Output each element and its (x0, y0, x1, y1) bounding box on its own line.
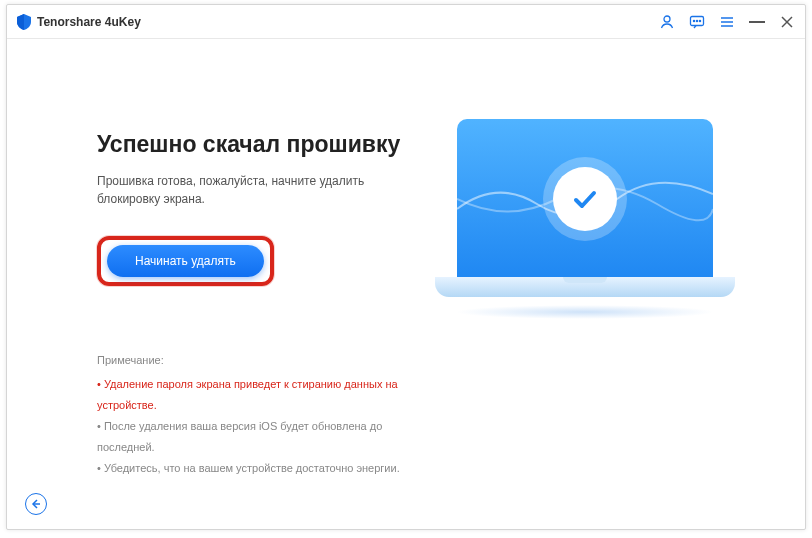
page-heading: Успешно скачал прошивку (97, 131, 426, 158)
app-title: Tenorshare 4uKey (37, 15, 141, 29)
svg-point-4 (699, 20, 700, 21)
left-panel: Успешно скачал прошивку Прошивка готова,… (97, 109, 426, 529)
minimize-button[interactable] (749, 14, 765, 30)
titlebar-controls (659, 14, 795, 30)
note-item: • После удаления ваша версия iOS будет о… (97, 416, 426, 458)
main-content: Успешно скачал прошивку Прошивка готова,… (7, 39, 805, 529)
svg-point-3 (696, 20, 697, 21)
app-logo: Tenorshare 4uKey (17, 14, 141, 30)
user-icon[interactable] (659, 14, 675, 30)
page-subtext: Прошивка готова, пожалуйста, начните уда… (97, 172, 426, 208)
laptop-shadow (455, 305, 715, 319)
highlight-ring: Начинать удалять (97, 236, 274, 286)
feedback-icon[interactable] (689, 14, 705, 30)
svg-point-0 (664, 16, 670, 22)
laptop-graphic (435, 119, 735, 319)
svg-point-2 (693, 20, 694, 21)
note-item: • Убедитесь, что на вашем устройстве дос… (97, 458, 426, 479)
app-window: Tenorshare 4uKey Успешно скачал прошивку… (6, 4, 806, 530)
checkmark-icon (553, 167, 617, 231)
laptop-screen (457, 119, 713, 279)
notes-section: Примечание: • Удаление пароля экрана при… (97, 354, 426, 478)
illustration (426, 119, 745, 529)
titlebar: Tenorshare 4uKey (7, 5, 805, 39)
note-item: • Удаление пароля экрана приведет к стир… (97, 374, 426, 416)
menu-icon[interactable] (719, 14, 735, 30)
notes-title: Примечание: (97, 354, 426, 366)
back-button[interactable] (25, 493, 47, 515)
close-button[interactable] (779, 14, 795, 30)
shield-icon (17, 14, 31, 30)
start-remove-button[interactable]: Начинать удалять (107, 245, 264, 277)
laptop-notch (563, 277, 607, 283)
